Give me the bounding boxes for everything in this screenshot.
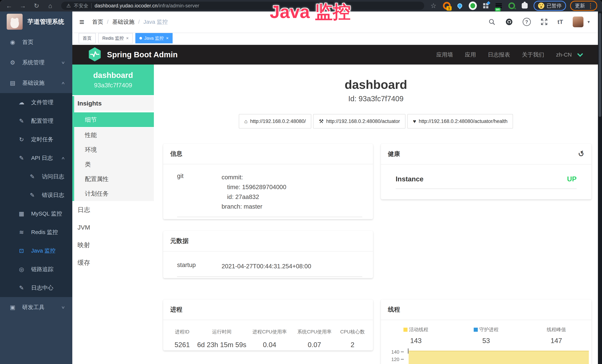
home-icon[interactable]: ⌂: [46, 2, 54, 10]
sidebar-item-label: Java 监控: [31, 247, 56, 255]
sba-item-caches[interactable]: 缓存: [72, 254, 154, 271]
sidebar-item-job[interactable]: ↻定时任务: [0, 130, 72, 149]
health-url-button[interactable]: ♥http://192.168.0.2:48080/actuator/healt…: [407, 114, 513, 128]
sidebar-item-devtools[interactable]: ▣ 研发工具 ∨: [0, 297, 72, 317]
sba-item-classes[interactable]: 类: [74, 157, 154, 172]
breadcrumb-current: Java 监控: [143, 18, 168, 26]
sidebar-item-label: 配置管理: [31, 117, 54, 125]
sidebar-item-api-log[interactable]: ✎API 日志∧: [0, 149, 72, 167]
breadcrumb-infra[interactable]: 基础设施: [112, 18, 134, 26]
address-bar[interactable]: ⚠ 不安全 dashboard.yudao.iocoder.cn/infra/a…: [61, 2, 424, 10]
log-icon: ✎: [17, 155, 26, 161]
back-icon[interactable]: ←: [5, 2, 13, 10]
sidebar-item-access-log[interactable]: ✎访问日志: [0, 167, 72, 186]
info-line: branch: master: [222, 202, 286, 212]
sidebar-item-infra[interactable]: ▤ 基础设施 ∧: [0, 73, 72, 93]
sidebar-item-log-center[interactable]: ✎日志中心: [0, 278, 72, 297]
brand[interactable]: 芋道管理系统: [0, 11, 72, 32]
close-icon[interactable]: ×: [166, 36, 169, 41]
extension-magnifier-icon[interactable]: [508, 2, 516, 10]
sba-item-configprops[interactable]: 配置属性: [74, 172, 154, 186]
font-size-icon[interactable]: tT: [558, 19, 563, 25]
grid-icon: [483, 3, 488, 8]
brand-logo-image: [7, 14, 23, 30]
live-threads-value: 143: [381, 337, 451, 345]
sidebar-item-mysql[interactable]: ▦MySQL 监控: [0, 204, 72, 223]
scrollbar-thumb[interactable]: [599, 13, 601, 117]
bookmark-star-icon[interactable]: ☆: [430, 2, 436, 10]
service-url-button[interactable]: ⌂http://192.168.0.2:48080/: [239, 114, 312, 128]
sidebar-item-system[interactable]: ⚙ 系统管理 ∨: [0, 52, 72, 73]
info-line: id: 27aa832: [222, 192, 286, 202]
sidebar-item-config[interactable]: ✎配置管理: [0, 112, 72, 130]
info-card: 信息 git commit: time: 1596289704000 id: 2…: [163, 144, 373, 219]
sidebar-fold-icon[interactable]: ≡: [79, 17, 84, 27]
reload-icon[interactable]: ↻: [32, 2, 41, 10]
extensions-puzzle-icon[interactable]: [521, 2, 529, 10]
table-icon: ▦: [17, 210, 26, 217]
sba-nav-wallboard[interactable]: 应用墙: [436, 51, 453, 59]
extension-green-circle-icon[interactable]: [469, 2, 477, 10]
avatar-caret-icon[interactable]: ▾: [588, 19, 590, 24]
security-label[interactable]: 不安全: [74, 3, 88, 9]
active-dot: [140, 37, 142, 40]
profile-paused-chip[interactable]: 已暂停: [534, 1, 566, 11]
sba-item-jvm[interactable]: JVM: [72, 219, 154, 236]
sba-frame: Spring Boot Admin 应用墙 应用 日志报表 关于我们 zh-CN…: [72, 44, 598, 364]
history-icon[interactable]: ↺: [577, 149, 586, 159]
search-icon[interactable]: [488, 18, 495, 26]
url-path: /infra/admin-server: [157, 3, 199, 9]
sba-item-logfile[interactable]: 日志: [72, 201, 154, 219]
help-icon[interactable]: ?: [523, 18, 531, 26]
pin-icon: [456, 2, 463, 9]
health-instance-label[interactable]: Instance: [396, 175, 423, 183]
sba-brand-title[interactable]: Spring Boot Admin: [107, 50, 178, 59]
browser-scrollbar[interactable]: [598, 11, 602, 364]
close-icon[interactable]: ×: [126, 36, 129, 41]
sba-logo-icon[interactable]: [88, 47, 101, 63]
peak-threads-value: 147: [521, 337, 591, 345]
log-icon: ✎: [28, 192, 36, 199]
tag-home[interactable]: 首页: [79, 33, 96, 43]
info-key: git: [177, 172, 222, 212]
url-text[interactable]: dashboard.yudao.iocoder.cn/infra/admin-s…: [95, 3, 199, 9]
row-divider: [177, 277, 362, 277]
extension-pin-icon[interactable]: [456, 2, 464, 10]
kebab-menu-icon[interactable]: ⋮: [588, 3, 593, 9]
extension-grid-icon[interactable]: [482, 2, 490, 10]
sidebar-item-java[interactable]: ⊡Java 监控: [0, 241, 72, 260]
sba-item-details[interactable]: 细节: [74, 112, 154, 128]
actuator-url-button[interactable]: ⚒http://192.168.0.2:48080/actuator: [313, 114, 406, 128]
sba-item-environment[interactable]: 环境: [74, 142, 154, 157]
insights-group-label: Insights: [74, 96, 154, 112]
tag-redis[interactable]: Redis 监控×: [98, 33, 133, 43]
sidebar-item-error-log[interactable]: ✎错误日志: [0, 186, 72, 204]
user-avatar[interactable]: [573, 17, 583, 27]
sba-nav-about[interactable]: 关于我们: [522, 51, 544, 59]
tag-label: Redis 监控: [102, 35, 124, 41]
breadcrumb-home[interactable]: 首页: [92, 18, 103, 26]
fullscreen-icon[interactable]: [540, 18, 548, 26]
sba-item-mappings[interactable]: 映射: [72, 236, 154, 254]
sidebar-item-redis[interactable]: ≋Redis 监控: [0, 223, 72, 241]
tag-java[interactable]: Java 监控×: [135, 33, 172, 43]
extension-badge: 1: [446, 6, 452, 11]
green-circle-icon: [469, 1, 477, 10]
forward-icon[interactable]: →: [19, 2, 27, 10]
github-icon[interactable]: [505, 18, 513, 26]
sidebar-item-trace[interactable]: ◎链路追踪: [0, 260, 72, 278]
sba-nav-applications[interactable]: 应用: [465, 51, 476, 59]
chevron-up-icon: ∧: [61, 156, 65, 160]
sidebar-item-file[interactable]: ☁文件管理: [0, 93, 72, 112]
extension-proxy-icon[interactable]: 1: [443, 2, 451, 10]
sidebar-item-home[interactable]: ◉ 首页: [0, 32, 72, 52]
instance-name: dashboard: [93, 71, 133, 80]
sba-item-scheduled[interactable]: 计划任务: [74, 186, 154, 201]
sba-item-metrics[interactable]: 性能: [74, 128, 154, 142]
y-axis-tick-label: 120: [381, 357, 399, 362]
extension-switch-icon[interactable]: on: [495, 2, 503, 10]
sba-nav-journal[interactable]: 日志报表: [488, 51, 510, 59]
sba-language-select[interactable]: zh-CN: [556, 52, 572, 58]
sidebar-item-label: MySQL 监控: [31, 210, 62, 217]
browser-update-button[interactable]: 更新 ⋮: [570, 1, 597, 11]
